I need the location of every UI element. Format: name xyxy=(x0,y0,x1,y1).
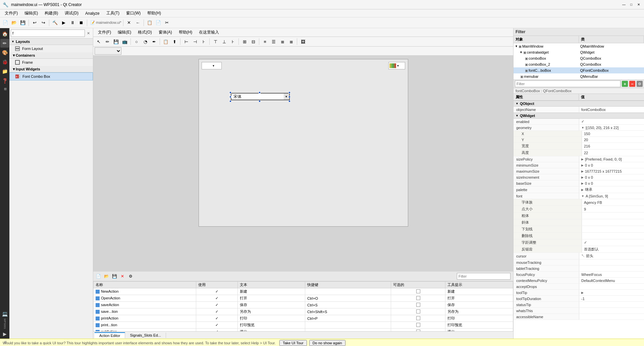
menu-debug[interactable]: 调试(D) xyxy=(61,10,82,17)
draw-pen[interactable]: ✒ xyxy=(150,38,158,46)
prop-row[interactable]: sizeIncrement ▶0 x 0 xyxy=(514,174,644,180)
prop-row-child[interactable]: 高度 22 xyxy=(514,150,644,156)
draw-v-top[interactable]: ⊤ xyxy=(211,38,219,46)
prop-val-cell[interactable]: ↖ 箭头 xyxy=(579,253,644,259)
mode-run[interactable]: ▶ xyxy=(0,330,9,338)
draw-grid2[interactable]: ⊟ xyxy=(249,38,257,46)
prop-section-QObject[interactable]: ▼QObject xyxy=(514,101,644,107)
menu-build[interactable]: 构建(B) xyxy=(41,10,61,17)
tree-row[interactable]: ▣ comboBox_2 QComboBox xyxy=(514,61,644,67)
font-combo-widget[interactable]: 宋体 ▼ xyxy=(231,93,290,100)
prop-row[interactable]: objectName fontComboBox xyxy=(514,107,644,113)
action-row[interactable]: printAction ✓ 打印 Ctrl+P 打印 xyxy=(94,315,513,322)
prop-row-child[interactable]: 字体族 Agency FB xyxy=(514,199,644,206)
prop-val-cell[interactable] xyxy=(579,302,644,307)
draw-h-right[interactable]: ⊦ xyxy=(200,38,208,46)
prop-row-child[interactable]: X 150 xyxy=(514,131,644,137)
prop-filter-input[interactable] xyxy=(515,80,621,87)
action-row[interactable]: print...tion ✓ 打印预览 打印预览 xyxy=(94,322,513,329)
tree-row[interactable]: ▣ menubar QMenuBar xyxy=(514,73,644,79)
prop-row[interactable]: geometry ▼[(150, 20), 216 x 22] xyxy=(514,125,644,131)
action-open[interactable]: 📂 xyxy=(103,273,110,280)
handle-mr[interactable] xyxy=(288,96,290,98)
mode-welcome[interactable]: 🏠 xyxy=(0,30,9,38)
action-row[interactable]: OpenAction ✓ 打开 Ctrl+O 打开 xyxy=(94,295,513,302)
draw-grid[interactable]: ⊞ xyxy=(240,38,249,46)
prop-remove-button[interactable]: − xyxy=(629,81,635,87)
handle-ml[interactable] xyxy=(229,96,231,98)
draw-edit[interactable]: ✏ xyxy=(103,38,111,46)
prop-val-cell[interactable] xyxy=(579,314,644,320)
prop-child-val[interactable]: 首选默认 xyxy=(582,246,644,252)
prop-child-val[interactable]: Agency FB xyxy=(582,199,644,206)
toolbar-btn9[interactable]: ⏹ xyxy=(77,19,85,27)
prop-section-QWidget[interactable]: ▼QWidget xyxy=(514,113,644,119)
mode-design[interactable]: 🎨 xyxy=(0,48,9,57)
prop-row[interactable]: font ▼A [SimSun, 9] xyxy=(514,193,644,199)
draw-h-left[interactable]: ⊢ xyxy=(182,38,190,46)
prop-add-button[interactable]: + xyxy=(622,81,628,87)
toolbar-open[interactable]: 📂 xyxy=(10,19,18,27)
toolbar-cut[interactable]: ✂ xyxy=(163,19,171,27)
menu-window[interactable]: 窗口(W) xyxy=(123,10,144,17)
canvas-color-combo[interactable]: ▼ xyxy=(388,62,405,69)
expand-arrow[interactable]: ▼ xyxy=(581,126,584,129)
prop-child-val[interactable]: 20 xyxy=(582,137,644,142)
toolbar-btn11[interactable]: ← xyxy=(134,19,142,27)
tree-expand-arrow[interactable]: ▼ xyxy=(515,45,518,48)
no-thanks-button[interactable]: Do no show again xyxy=(309,340,345,346)
prop-row[interactable]: sizePolicy ▶[Preferred, Fixed, 0, 0] xyxy=(514,156,644,162)
prop-row[interactable]: whatsThis xyxy=(514,308,644,314)
prop-child-val[interactable]: 22 xyxy=(582,150,644,156)
prop-child-val[interactable] xyxy=(582,233,644,239)
handle-tm[interactable] xyxy=(259,92,261,94)
toolbar-btn7[interactable]: ▶ xyxy=(60,19,68,27)
expand-arrow[interactable]: ▶ xyxy=(581,291,584,294)
action-row[interactable]: exitAction ✓ 退出 退出 xyxy=(94,329,513,332)
menu-tools[interactable]: 工具(T) xyxy=(103,10,123,17)
prop-row[interactable]: cursor ↖ 箭头 xyxy=(514,253,644,260)
prop-child-val[interactable]: 9 xyxy=(582,206,644,212)
toolbar-btn4[interactable]: ↩ xyxy=(31,19,39,27)
tree-row[interactable]: ▼ ▣ MainWindow QMainWindow xyxy=(514,43,644,49)
handle-br[interactable] xyxy=(288,100,290,102)
prop-row-child[interactable]: 点大小 9 xyxy=(514,206,644,213)
tree-expand-arrow[interactable]: ▼ xyxy=(520,51,523,54)
toolbar-paste[interactable]: 📋 xyxy=(146,19,154,27)
sidebar-search-clear[interactable]: ✕ xyxy=(85,30,92,37)
prop-row[interactable]: contextMenuPolicy DefaultContextMenu xyxy=(514,278,644,284)
canvas-small-combo[interactable]: ▼ xyxy=(202,62,222,69)
menu-file[interactable]: 文件(F) xyxy=(1,10,21,17)
prop-row-child[interactable]: 反锯齿 首选默认 xyxy=(514,246,644,253)
draw-circle[interactable]: ○ xyxy=(132,38,141,46)
tree-row[interactable]: ▼ ▣ centralwidget QWidget xyxy=(514,49,644,55)
prop-val-cell[interactable] xyxy=(579,266,644,271)
draw-align-right[interactable]: ≣ xyxy=(278,38,286,46)
canvas-menu-format[interactable]: 格式(O) xyxy=(135,29,155,36)
draw-image[interactable]: 🖼 xyxy=(299,38,307,46)
action-row[interactable]: save...tion ✓ 另存为 Ctrl+Shift+S 另存为 xyxy=(94,308,513,315)
prop-val-cell[interactable]: DefaultContextMenu xyxy=(579,278,644,283)
expand-arrow[interactable]: ▶ xyxy=(581,176,584,179)
mode-edit[interactable]: ✏ xyxy=(0,39,9,48)
maximize-button[interactable]: □ xyxy=(629,2,634,7)
prop-child-val[interactable] xyxy=(582,219,644,226)
canvas-menu-form[interactable]: 窗体(A) xyxy=(155,29,175,36)
draw-select[interactable]: ↖ xyxy=(95,38,103,46)
action-delete[interactable]: ✕ xyxy=(119,273,126,280)
expand-arrow[interactable]: ▶ xyxy=(581,188,584,191)
prop-val-cell[interactable] xyxy=(579,284,644,289)
canvas-menu-enter[interactable]: 在这里输入 xyxy=(196,29,222,36)
prop-row[interactable]: enabled ✓ xyxy=(514,119,644,125)
prop-child-val[interactable]: ✓ xyxy=(582,239,644,246)
sidebar-layouts-header[interactable]: ▼ Layouts xyxy=(9,39,93,45)
sidebar-search-input[interactable] xyxy=(11,30,85,37)
draw-h-center[interactable]: ⊣ xyxy=(191,38,199,46)
toolbar-btn10[interactable]: ✕ xyxy=(125,19,133,27)
prop-val-cell[interactable]: ▶0 x 0 xyxy=(579,174,644,180)
draw-arc[interactable]: ◔ xyxy=(141,38,149,46)
action-row[interactable]: NewAction ✓ 新建 新建 xyxy=(94,288,513,295)
toolbar-btn8[interactable]: ⏸ xyxy=(68,19,76,27)
close-button[interactable]: ✕ xyxy=(636,2,641,7)
mode-debug[interactable]: 🐞 xyxy=(0,58,9,66)
